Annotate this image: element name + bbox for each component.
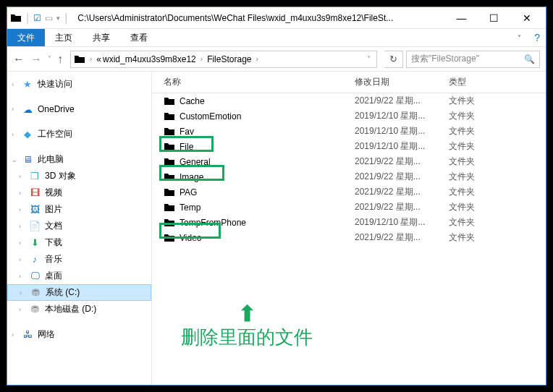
breadcrumb-segment[interactable]: wxid_m4uxu3s9m8xe12 — [103, 54, 196, 64]
sidebar-item-docs[interactable]: ›📄文档 — [7, 218, 151, 234]
up-button[interactable]: ↑ — [57, 54, 63, 65]
explorer-window: | ☑ ▭ ▾ | C:\Users\Administrator\Documen… — [7, 7, 546, 385]
file-name-cell: Image — [152, 171, 355, 183]
chevron-icon[interactable]: › — [198, 55, 206, 63]
expand-icon[interactable]: › — [12, 131, 14, 138]
sidebar-quick-access[interactable]: › ★ 快速访问 — [7, 76, 151, 93]
chevron-icon[interactable]: › — [87, 55, 95, 63]
sidebar-label: 桌面 — [45, 270, 62, 282]
file-name: General — [180, 157, 211, 167]
sidebar-item-cdrive[interactable]: ›⛃系统 (C:) — [7, 284, 151, 301]
sidebar-item-pictures[interactable]: ›🖼图片 — [7, 201, 151, 218]
sidebar-this-pc[interactable]: ⌄ 🖥 此电脑 — [7, 151, 151, 168]
expand-icon[interactable]: › — [12, 81, 14, 88]
view-tab[interactable]: 查看 — [120, 29, 158, 47]
file-row[interactable]: Image2021/9/22 星期...文件夹 — [152, 169, 546, 184]
pc-icon: 🖥 — [22, 154, 33, 166]
sidebar-item-downloads[interactable]: ›⬇下载 — [7, 234, 151, 251]
sidebar-item-video[interactable]: ›🎞视频 — [7, 184, 151, 201]
file-row[interactable]: TempFromPhone2019/12/10 星期...文件夹 — [152, 215, 546, 230]
doc-icon: 📄 — [29, 221, 41, 232]
sidebar-item-music[interactable]: ›♪音乐 — [7, 251, 151, 268]
column-name[interactable]: 名称 — [152, 76, 355, 88]
minimize-button[interactable]: — — [445, 7, 478, 28]
nav-arrows: ← → ˅ ↑ — [13, 54, 63, 65]
breadcrumb-ellipsis[interactable]: « — [96, 54, 101, 64]
search-input[interactable]: 搜索"FileStorage" 🔍 — [406, 51, 540, 68]
expand-icon[interactable]: › — [19, 273, 21, 280]
share-tab[interactable]: 共享 — [83, 29, 120, 47]
file-type: 文件夹 — [449, 186, 546, 198]
folder-icon — [164, 232, 175, 244]
file-name: Cache — [180, 96, 205, 106]
qat-bar-icon[interactable]: ▭ — [43, 13, 55, 23]
folder-icon — [164, 95, 175, 107]
expand-icon[interactable]: › — [20, 289, 22, 297]
sidebar-label: 本地磁盘 (D:) — [45, 303, 96, 315]
file-row[interactable]: Cache2021/9/22 星期...文件夹 — [152, 93, 546, 108]
file-date: 2019/12/10 星期... — [355, 216, 449, 229]
sidebar-workspace[interactable]: › ◆ 工作空间 — [7, 126, 151, 142]
breadcrumb-dropdown-icon[interactable]: ˅ — [364, 55, 373, 63]
sidebar: › ★ 快速访问 › ☁ OneDrive › ◆ 工作空间 — [7, 72, 152, 385]
back-button[interactable]: ← — [13, 54, 25, 65]
file-row[interactable]: General2021/9/22 星期...文件夹 — [152, 154, 546, 169]
file-name: File — [180, 142, 193, 152]
folder-icon — [10, 12, 22, 24]
ribbon-expand-icon[interactable]: ˅ — [510, 31, 528, 45]
file-row[interactable]: Video2021/9/22 星期...文件夹 — [152, 230, 546, 245]
cube-icon: ❒ — [29, 171, 41, 182]
file-type: 文件夹 — [449, 110, 546, 122]
sidebar-item-3d[interactable]: ›❒3D 对象 — [7, 168, 151, 184]
file-row[interactable]: Fav2019/12/10 星期...文件夹 — [152, 124, 546, 139]
refresh-button[interactable]: ↻ — [384, 51, 403, 68]
chevron-icon[interactable]: › — [253, 55, 261, 63]
ribbon: 文件 主页 共享 查看 ˅ ? — [7, 29, 546, 47]
qat-dropdown-icon[interactable]: ▾ — [56, 14, 60, 22]
file-name-cell: File — [152, 141, 355, 153]
file-row[interactable]: CustomEmotion2019/12/10 星期...文件夹 — [152, 108, 546, 124]
file-name: Video — [180, 233, 201, 243]
expand-icon[interactable]: › — [19, 173, 21, 180]
expand-icon[interactable]: › — [12, 106, 14, 113]
file-tab[interactable]: 文件 — [7, 29, 45, 46]
expand-icon[interactable]: › — [19, 239, 21, 247]
file-date: 2021/9/22 星期... — [355, 155, 449, 168]
file-type: 文件夹 — [449, 125, 546, 137]
expand-icon[interactable]: › — [19, 256, 21, 263]
expand-icon[interactable]: › — [12, 331, 14, 338]
column-date[interactable]: 修改日期 — [355, 76, 449, 88]
column-type[interactable]: 类型 — [449, 76, 546, 88]
collapse-icon[interactable]: ⌄ — [12, 156, 17, 163]
sidebar-item-ddrive[interactable]: ›⛃本地磁盘 (D:) — [7, 301, 151, 318]
window-title: C:\Users\Administrator\Documents\WeChat … — [77, 13, 445, 23]
sidebar-label: 下载 — [45, 237, 62, 249]
folder-icon — [164, 217, 175, 229]
expand-icon[interactable]: › — [19, 306, 21, 313]
history-dropdown[interactable]: ˅ — [48, 56, 51, 63]
file-row[interactable]: Temp2021/9/22 星期...文件夹 — [152, 200, 546, 215]
file-date: 2019/12/10 星期... — [355, 125, 449, 137]
forward-button[interactable]: → — [30, 54, 42, 65]
titlebar: | ☑ ▭ ▾ | C:\Users\Administrator\Documen… — [7, 7, 546, 29]
drive-icon: ⛃ — [29, 304, 41, 315]
expand-icon[interactable]: › — [19, 189, 21, 197]
maximize-button[interactable]: ☐ — [478, 7, 510, 28]
file-row[interactable]: File2019/12/10 星期...文件夹 — [152, 139, 546, 154]
home-tab[interactable]: 主页 — [45, 29, 83, 47]
star-icon: ★ — [22, 79, 33, 90]
sidebar-onedrive[interactable]: › ☁ OneDrive — [7, 101, 151, 117]
file-list: Cache2021/9/22 星期...文件夹CustomEmotion2019… — [152, 93, 546, 385]
expand-icon[interactable]: › — [19, 223, 21, 230]
expand-icon[interactable]: › — [19, 206, 21, 213]
file-date: 2019/12/10 星期... — [355, 110, 449, 122]
column-headers: 名称 修改日期 类型 — [152, 72, 546, 93]
qat-checkbox-icon[interactable]: ☑ — [33, 13, 41, 23]
help-icon[interactable]: ? — [528, 32, 546, 43]
sidebar-item-desktop[interactable]: ›🖵桌面 — [7, 268, 151, 284]
file-row[interactable]: PAG2021/9/22 星期...文件夹 — [152, 184, 546, 200]
close-button[interactable]: ✕ — [510, 7, 543, 28]
sidebar-network[interactable]: › 🖧 网络 — [7, 326, 151, 343]
breadcrumb-segment[interactable]: FileStorage — [207, 54, 251, 64]
breadcrumb[interactable]: › « wxid_m4uxu3s9m8xe12 › FileStorage › … — [70, 51, 377, 68]
